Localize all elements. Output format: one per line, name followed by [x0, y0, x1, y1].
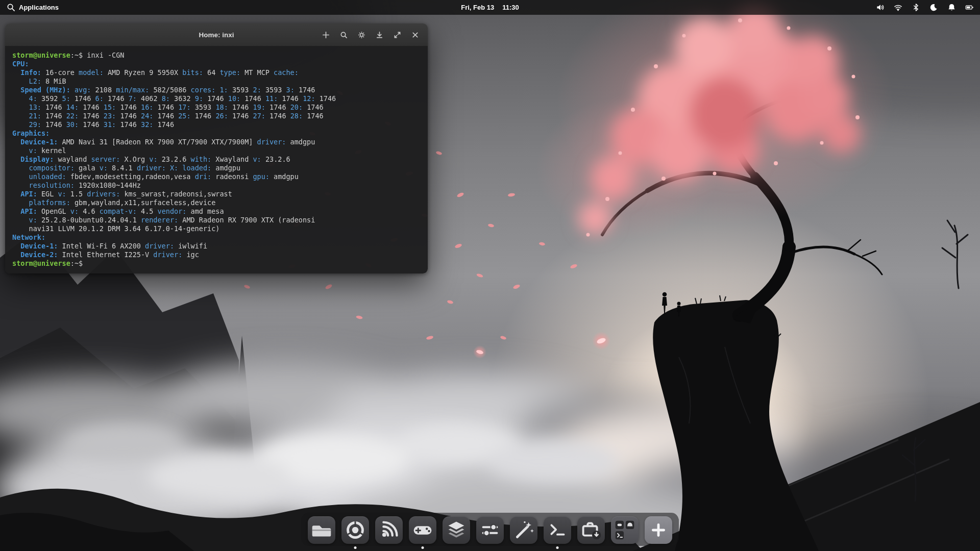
terminal-line: CPU: — [12, 60, 421, 68]
terminal-line: Network: — [12, 233, 421, 242]
terminal-line: Info: 16-core model: AMD Ryzen 9 5950X b… — [12, 68, 421, 77]
app-group-icon — [611, 516, 639, 544]
terminal-line: 13: 1746 14: 1746 15: 1746 16: 1746 17: … — [12, 103, 421, 112]
settings-icon — [476, 516, 504, 544]
bluetooth-icon[interactable] — [911, 3, 920, 12]
terminal-line: v: kernel — [12, 146, 421, 155]
dock-item-app-group[interactable] — [610, 516, 639, 546]
terminal-line: Device-2: Intel Ethernet I225-V driver: … — [12, 251, 421, 259]
dock-item-files[interactable] — [307, 516, 336, 546]
dock-item-settings[interactable] — [476, 516, 504, 546]
terminal-actions — [319, 28, 428, 41]
wifi-icon[interactable] — [893, 3, 902, 12]
nightlight-icon[interactable] — [929, 3, 938, 12]
terminal-line: unloaded: fbdev,modesetting,radeon,vesa … — [12, 172, 421, 181]
terminal-line: storm@universe:~$ — [12, 259, 421, 268]
terminal-line: Display: wayland server: X.Org v: 23.2.6… — [12, 155, 421, 164]
battery-icon[interactable] — [965, 3, 974, 12]
volume-icon[interactable] — [875, 3, 885, 12]
terminal-icon — [544, 516, 571, 544]
terminal-line: platforms: gbm,wayland,x11,surfaceless,d… — [12, 198, 421, 207]
layers-icon — [443, 516, 470, 544]
magic-wand-icon — [510, 516, 537, 544]
terminal-line: storm@universe:~$ inxi -CGN — [12, 51, 421, 60]
top-panel: Applications Fri, Feb 13 11:30 — [0, 0, 980, 15]
dock-item-feeds[interactable] — [375, 516, 403, 546]
panel-time: 11:30 — [502, 4, 519, 11]
download-icon[interactable] — [373, 28, 386, 41]
notifications-icon[interactable] — [947, 3, 956, 12]
dock-item-games[interactable] — [408, 516, 437, 546]
terminal-line: 4: 3592 5: 1746 6: 1746 7: 4062 8: 3632 … — [12, 94, 421, 103]
files-icon — [308, 516, 335, 544]
add-icon — [645, 516, 672, 544]
dock-item-appcenter[interactable] — [577, 516, 605, 546]
terminal-window: Home: inxi storm@universe:~$ inxi -CGNCP… — [5, 23, 428, 273]
panel-date: Fri, Feb 13 — [461, 4, 494, 11]
new-tab-icon[interactable] — [319, 28, 332, 41]
terminal-line: Speed (MHz): avg: 2108 min/max: 582/5086… — [12, 86, 421, 94]
terminal-line: L2: 8 MiB — [12, 77, 421, 86]
terminal-line: Device-1: Intel Wi-Fi 6 AX200 driver: iw… — [12, 242, 421, 251]
running-indicator — [556, 546, 559, 549]
applications-button[interactable]: Applications — [6, 3, 59, 12]
dock-item-terminal[interactable] — [543, 516, 572, 546]
search-icon[interactable] — [337, 28, 350, 41]
datetime-button[interactable]: Fri, Feb 13 11:30 — [461, 4, 519, 11]
dock-item-add[interactable] — [644, 516, 673, 546]
dock-item-layers[interactable] — [442, 516, 471, 546]
terminal-line: v: 25.2.8-0ubuntu0.24.04.1 renderer: AMD… — [12, 216, 421, 224]
terminal-output[interactable]: storm@universe:~$ inxi -CGNCPU: Info: 16… — [5, 46, 428, 273]
panel-indicators — [875, 3, 974, 12]
applications-label: Applications — [19, 4, 59, 11]
dock-item-magic-wand[interactable] — [509, 516, 538, 546]
search-icon — [6, 3, 15, 12]
settings-icon[interactable] — [355, 28, 368, 41]
dock-item-browser[interactable] — [341, 516, 370, 546]
feeds-icon — [375, 516, 403, 544]
terminal-line: Graphics: — [12, 129, 421, 138]
browser-icon — [341, 516, 369, 544]
fullscreen-icon[interactable] — [390, 28, 404, 41]
terminal-titlebar[interactable]: Home: inxi — [5, 23, 428, 46]
terminal-line: navi31 LLVM 20.1.2 DRM 3.64 6.17.0-14-ge… — [12, 224, 421, 233]
dock — [301, 513, 679, 546]
running-indicator — [354, 546, 357, 549]
games-icon — [409, 516, 436, 544]
terminal-line: 21: 1746 22: 1746 23: 1746 24: 1746 25: … — [12, 112, 421, 120]
terminal-line: API: OpenGL v: 4.6 compat-v: 4.5 vendor:… — [12, 207, 421, 216]
terminal-line: 29: 1746 30: 1746 31: 1746 32: 1746 — [12, 120, 421, 129]
running-indicator — [422, 546, 424, 549]
terminal-line: Device-1: AMD Navi 31 [Radeon RX 7900 XT… — [12, 138, 421, 146]
terminal-line: API: EGL v: 1.5 drivers: kms_swrast,rade… — [12, 190, 421, 198]
close-icon[interactable] — [408, 28, 422, 41]
terminal-line: resolution: 980x551~144Hz — [12, 181, 421, 190]
appcenter-icon — [577, 516, 605, 544]
terminal-line: compositor: gala v: 8.4.1 driver: X: loa… — [12, 164, 421, 172]
